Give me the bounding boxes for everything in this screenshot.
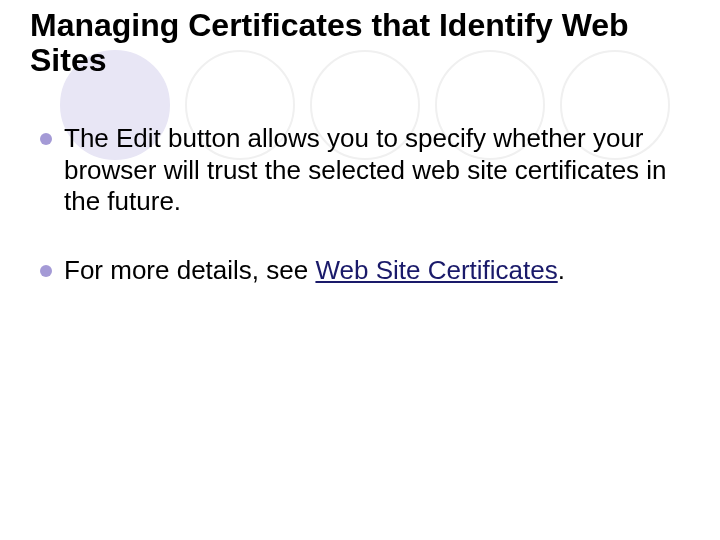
- bullet-icon: [40, 265, 52, 277]
- slide-content: Managing Certificates that Identify Web …: [0, 0, 720, 286]
- bullet-prefix: For more details, see: [64, 255, 315, 285]
- bullet-icon: [40, 133, 52, 145]
- bullet-text: For more details, see Web Site Certifica…: [64, 255, 565, 285]
- page-title: Managing Certificates that Identify Web …: [30, 8, 690, 78]
- list-item: For more details, see Web Site Certifica…: [40, 255, 690, 286]
- bullet-list: The Edit button allows you to specify wh…: [40, 123, 690, 286]
- web-site-certificates-link[interactable]: Web Site Certificates: [315, 255, 557, 285]
- bullet-text: The Edit button allows you to specify wh…: [64, 123, 667, 215]
- bullet-suffix: .: [558, 255, 565, 285]
- list-item: The Edit button allows you to specify wh…: [40, 123, 690, 217]
